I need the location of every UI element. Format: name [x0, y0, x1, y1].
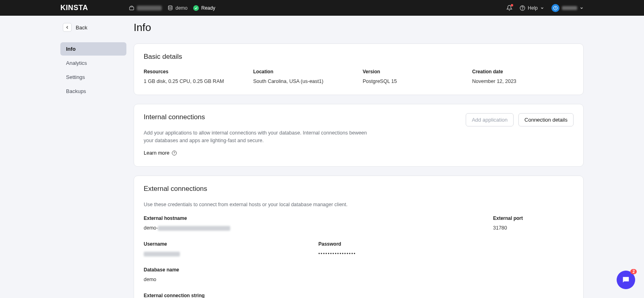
- database-name-label: Database name: [144, 267, 574, 273]
- username-label: Username: [144, 241, 310, 247]
- add-application-button[interactable]: Add application: [466, 113, 514, 126]
- page-title: Info: [134, 21, 584, 34]
- chat-badge: 2: [630, 269, 637, 274]
- help-menu[interactable]: Help: [520, 5, 544, 11]
- help-icon: [520, 5, 525, 11]
- org-name-redacted: [137, 6, 162, 10]
- briefcase-icon: [129, 5, 134, 11]
- basic-details-card: Basic details Resources1 GB disk, 0.25 C…: [134, 43, 584, 95]
- database-icon: [167, 5, 173, 11]
- details-value: South Carolina, USA (us-east1): [253, 79, 355, 84]
- chevron-down-icon: [540, 6, 544, 10]
- notifications-button[interactable]: [506, 5, 512, 11]
- help-label: Help: [528, 5, 538, 11]
- svg-point-3: [522, 9, 523, 9]
- breadcrumb-status: Ready: [193, 5, 215, 11]
- details-value: November 12, 2023: [472, 79, 574, 84]
- external-hostname-value: demo-: [144, 225, 485, 231]
- check-circle-icon: [193, 5, 199, 11]
- details-col: Resources1 GB disk, 0.25 CPU, 0.25 GB RA…: [144, 69, 245, 84]
- breadcrumb-database[interactable]: demo: [167, 5, 188, 11]
- user-menu[interactable]: [551, 4, 584, 12]
- sidebar-item-analytics[interactable]: Analytics: [60, 56, 126, 70]
- status-text: Ready: [201, 5, 215, 11]
- arrow-left-icon: [65, 25, 70, 30]
- sidebar-item-backups[interactable]: Backups: [60, 85, 126, 98]
- learn-more-link[interactable]: Learn more ?: [144, 150, 369, 156]
- connection-details-button[interactable]: Connection details: [518, 113, 574, 126]
- user-name-redacted: [562, 6, 577, 10]
- breadcrumb-db-name: demo: [175, 5, 188, 11]
- sidebar-item-settings[interactable]: Settings: [60, 70, 126, 84]
- sidebar-item-info[interactable]: Info: [60, 42, 126, 56]
- internal-connections-heading: Internal connections: [144, 113, 369, 121]
- help-circle-icon: ?: [172, 151, 177, 155]
- connection-string-label: External connection string: [144, 293, 574, 298]
- external-connections-heading: External connections: [144, 185, 574, 193]
- notification-dot-icon: [511, 4, 513, 6]
- hostname-redacted: [158, 226, 230, 231]
- back-label[interactable]: Back: [76, 25, 87, 31]
- external-connections-card: External connections Use these credentia…: [134, 176, 584, 298]
- hostname-prefix: demo-: [144, 225, 158, 231]
- username-value: [144, 251, 310, 257]
- avatar: [551, 4, 559, 12]
- password-label: Password: [318, 241, 485, 247]
- learn-more-text: Learn more: [144, 150, 169, 156]
- chevron-down-icon: [580, 6, 584, 10]
- breadcrumb-org[interactable]: [129, 5, 162, 11]
- svg-rect-0: [130, 7, 134, 10]
- internal-connections-desc: Add your applications to allow internal …: [144, 129, 369, 145]
- svg-point-1: [168, 6, 172, 7]
- chat-icon: [621, 275, 630, 284]
- internal-connections-card: Internal connections Add your applicatio…: [134, 104, 584, 167]
- back-button[interactable]: [63, 23, 72, 32]
- details-label: Resources: [144, 69, 245, 74]
- details-col: LocationSouth Carolina, USA (us-east1): [253, 69, 355, 84]
- details-label: Location: [253, 69, 355, 74]
- details-col: VersionPostgreSQL 15: [363, 69, 464, 84]
- username-redacted: [144, 252, 180, 257]
- details-label: Version: [363, 69, 464, 74]
- basic-details-heading: Basic details: [144, 53, 574, 61]
- brand-logo[interactable]: KINSTA: [60, 4, 129, 12]
- external-port-label: External port: [493, 215, 574, 221]
- password-value: ••••••••••••••••: [318, 251, 485, 256]
- details-label: Creation date: [472, 69, 574, 74]
- external-hostname-label: External hostname: [144, 215, 485, 221]
- details-value: PostgreSQL 15: [363, 79, 464, 84]
- database-name-value: demo: [144, 277, 574, 282]
- chat-widget-button[interactable]: 2: [617, 271, 635, 289]
- external-port-value: 31780: [493, 225, 574, 231]
- details-col: Creation dateNovember 12, 2023: [472, 69, 574, 84]
- details-value: 1 GB disk, 0.25 CPU, 0.25 GB RAM: [144, 79, 245, 84]
- external-connections-desc: Use these credentials to connect from ex…: [144, 201, 369, 209]
